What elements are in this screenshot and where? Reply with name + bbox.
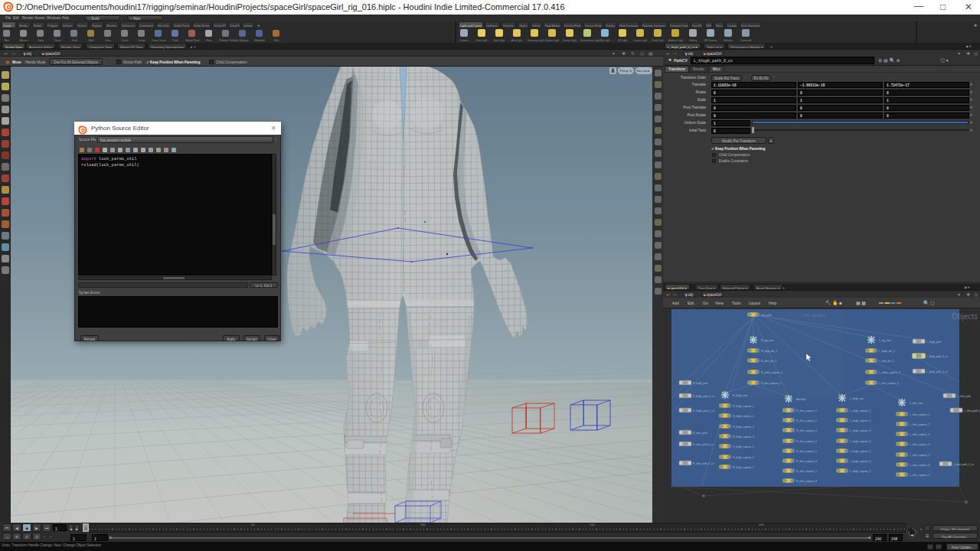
svg-text:R_ankle_capture_1: R_ankle_capture_1 xyxy=(761,371,783,374)
svg-text:R_shin_capture_3: R_shin_capture_3 xyxy=(796,429,817,432)
svg-text:L_thigh_capture_5: L_thigh_capture_5 xyxy=(850,450,871,453)
svg-text:L_thigh_capture_6: L_thigh_capture_6 xyxy=(850,460,871,463)
svg-text:R_shin_capture_6: R_shin_capture_6 xyxy=(796,460,817,463)
svg-text:L_thigh_path: L_thigh_path xyxy=(926,341,941,344)
svg-text:L_shin_capture_4: L_shin_capture_4 xyxy=(910,443,929,446)
svg-text:L_foot_capture_1: L_foot_capture_1 xyxy=(879,382,899,385)
svg-text:L_shin_path_0_cv: L_shin_path_0_cv xyxy=(964,409,980,412)
svg-text:No cam: No cam xyxy=(637,69,648,73)
svg-text:L_shin_capture_6: L_shin_capture_6 xyxy=(910,464,929,467)
svg-text:R_thigh_capture_6: R_thigh_capture_6 xyxy=(733,456,754,459)
svg-text:AutoGrp: AutoGrp xyxy=(796,398,805,401)
svg-text:L_thigh_capture_3: L_thigh_capture_3 xyxy=(850,429,871,432)
svg-text:Objects: Objects xyxy=(952,312,978,321)
svg-text:L_shin_path_2_cv: L_shin_path_2_cv xyxy=(953,463,974,466)
svg-text:L_thigh_div_1: L_thigh_div_1 xyxy=(879,350,895,353)
svg-text:R_shin_capture_5: R_shin_capture_5 xyxy=(796,450,817,453)
svg-text:R_thigh_capture_5: R_thigh_capture_5 xyxy=(733,445,754,448)
svg-text:L_thigh_path_0_cv: L_thigh_path_0_cv xyxy=(926,355,948,358)
svg-text:R_thigh_path_1_cv: R_thigh_path_1_cv xyxy=(693,409,715,412)
svg-text:R_shin_div_1: R_shin_div_1 xyxy=(761,360,776,363)
svg-text:R_thigh_capture_4: R_thigh_capture_4 xyxy=(733,435,754,439)
svg-text:R_thigh_div_1: R_thigh_div_1 xyxy=(761,350,777,353)
svg-text:L_shin_path: L_shin_path xyxy=(957,395,971,398)
svg-text:L_shin_div_1: L_shin_div_1 xyxy=(879,360,894,363)
svg-text:R_foot_capture_1: R_foot_capture_1 xyxy=(761,382,781,385)
svg-text:L_leg_root: L_leg_root xyxy=(879,339,891,342)
svg-text:R_shin_path_0_cv: R_shin_path_0_cv xyxy=(693,443,714,446)
svg-text:L_thigh_capture_7: L_thigh_capture_7 xyxy=(850,470,871,473)
svg-text:R_leg_root: R_leg_root xyxy=(761,339,773,342)
svg-text:L_thigh_capture_2: L_thigh_capture_2 xyxy=(850,419,871,422)
svg-text:L_thigh_root: L_thigh_root xyxy=(850,397,864,400)
svg-text:R_thigh_capture_3: R_thigh_capture_3 xyxy=(733,425,754,429)
svg-text:L_ankle_capture_1: L_ankle_capture_1 xyxy=(879,371,900,374)
svg-text:R_thigh_capture_1: R_thigh_capture_1 xyxy=(733,405,754,408)
svg-text:R_thigh_capture_7: R_thigh_capture_7 xyxy=(733,466,754,469)
svg-text:L_shin_root: L_shin_root xyxy=(910,402,923,405)
svg-text:vert_path: vert_path xyxy=(761,314,772,317)
svg-text:R_thigh_path_0_cv: R_thigh_path_0_cv xyxy=(693,395,715,398)
svg-text:R_thigh_path: R_thigh_path xyxy=(693,382,708,385)
svg-text:L_thigh_capture_4: L_thigh_capture_4 xyxy=(850,440,871,443)
svg-text:L_thigh_path_1_cv: L_thigh_path_1_cv xyxy=(926,370,948,373)
svg-text:▾: ▾ xyxy=(648,69,650,73)
svg-text:R_shin_capture_7: R_shin_capture_7 xyxy=(796,470,817,473)
svg-text:R_shin_capture_1: R_shin_capture_1 xyxy=(796,409,817,412)
svg-text:L_shin_capture_1: L_shin_capture_1 xyxy=(910,413,929,416)
svg-text:R_shin_capture_2: R_shin_capture_2 xyxy=(796,419,817,422)
svg-text:L_shin_capture_3: L_shin_capture_3 xyxy=(910,433,929,436)
svg-text:L_thigh_capture_1: L_thigh_capture_1 xyxy=(850,409,871,412)
svg-text:▾: ▾ xyxy=(630,69,632,73)
svg-text:R_shin_capture_8: R_shin_capture_8 xyxy=(796,480,817,483)
svg-text:R_thigh_root: R_thigh_root xyxy=(733,394,747,397)
svg-text:Persp: Persp xyxy=(620,69,629,73)
svg-text:R_shin_path: R_shin_path xyxy=(693,432,707,435)
svg-text:R_thigh_capture_2: R_thigh_capture_2 xyxy=(733,415,754,418)
svg-text:L_shin_capture_5: L_shin_capture_5 xyxy=(910,454,929,457)
svg-text:R_shin_capture_4: R_shin_capture_4 xyxy=(796,440,817,443)
svg-text:L_shin_capture_2: L_shin_capture_2 xyxy=(910,423,929,426)
svg-text:R_shin_path_1_cv: R_shin_path_1_cv xyxy=(693,462,714,465)
svg-text:Info Hidden: Info Hidden xyxy=(802,313,826,318)
svg-text:L_shin_capture_7: L_shin_capture_7 xyxy=(910,474,929,477)
